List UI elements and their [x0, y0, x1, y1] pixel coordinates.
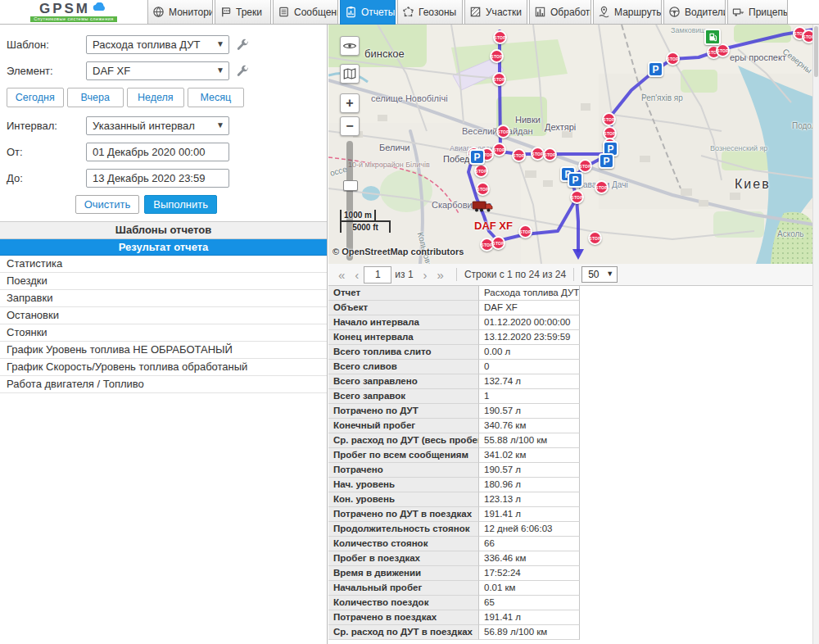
- parking-marker[interactable]: P: [599, 153, 614, 169]
- interval-select[interactable]: Указанный интервал ▼: [86, 116, 229, 135]
- route-pin-icon: [598, 6, 610, 18]
- first-page-button[interactable]: «: [333, 264, 350, 286]
- stop-marker[interactable]: STOP: [588, 231, 602, 245]
- row-label: Ср. расход по ДУТ в поездках: [328, 625, 479, 640]
- date-from-input[interactable]: [86, 143, 229, 161]
- nav-tab-3[interactable]: Сообщения: [273, 0, 338, 25]
- zoom-in-button[interactable]: +: [340, 93, 360, 113]
- stop-marker[interactable]: STOP: [543, 147, 557, 161]
- map-layers-button[interactable]: [340, 64, 360, 84]
- report-section-item-5[interactable]: Стоянки: [0, 324, 327, 342]
- zoom-slider-thumb[interactable]: [343, 180, 358, 191]
- template-select[interactable]: Расхода топлива ДУТ ▼: [86, 35, 229, 54]
- interval-select-value: Указанный интервал: [93, 120, 195, 132]
- nav-tab-6[interactable]: Участки: [464, 0, 527, 25]
- chevron-down-icon: ▼: [216, 66, 224, 75]
- row-label: Кон. уровень: [328, 492, 479, 507]
- stop-marker[interactable]: STOP: [512, 148, 526, 162]
- page-size-select[interactable]: 50 ▼: [581, 266, 618, 283]
- nav-tab-2[interactable]: Треки: [215, 0, 271, 25]
- zoom-slider-track[interactable]: [346, 141, 353, 261]
- stop-marker[interactable]: STOP: [602, 112, 616, 126]
- stop-marker[interactable]: STOP: [802, 29, 813, 43]
- fuel-station-marker[interactable]: [704, 29, 721, 45]
- parking-marker[interactable]: P: [469, 149, 485, 165]
- processing-icon: [534, 6, 546, 18]
- parking-marker[interactable]: P: [568, 172, 583, 188]
- report-section-item-7[interactable]: График Скорость/Уровень топлива обработа…: [0, 359, 327, 376]
- map-canvas[interactable]: бинскоеселище НовобілічіВеселий МайданНи…: [328, 25, 813, 265]
- row-value: 0.01 км: [479, 581, 580, 596]
- stop-marker[interactable]: STOP: [492, 72, 506, 86]
- nav-tab-4[interactable]: Отчеты: [340, 0, 396, 25]
- scale-metric: 1000 m: [340, 210, 376, 222]
- element-select[interactable]: DAF XF ▼: [86, 61, 229, 80]
- divider: [456, 268, 457, 281]
- row-label: Нач. уровень: [328, 478, 479, 492]
- nav-tab-7[interactable]: Обработки: [529, 0, 591, 25]
- zoom-out-button[interactable]: −: [340, 116, 360, 136]
- report-section-item-8[interactable]: Работа двигателя / Топливо: [0, 376, 327, 393]
- report-section-item-6[interactable]: График Уровень топлива НЕ ОБРАБОТАНЫЙ: [0, 342, 327, 359]
- nav-tab-9[interactable]: Водители: [663, 0, 726, 25]
- scrollbar-thumb[interactable]: [814, 26, 818, 77]
- next-page-button[interactable]: ›: [419, 264, 432, 286]
- map-visibility-eye-button[interactable]: [340, 36, 360, 56]
- last-page-button[interactable]: »: [432, 264, 449, 286]
- prev-page-button[interactable]: ‹: [350, 264, 364, 286]
- brand-logo[interactable]: GPSM Спутниковые системы слежения: [0, 0, 147, 24]
- clear-button[interactable]: Очистить: [75, 195, 140, 214]
- template-settings-wrench-icon[interactable]: [236, 39, 249, 52]
- parking-marker[interactable]: P: [648, 61, 663, 77]
- row-label: Конец интервала: [328, 330, 479, 345]
- stop-marker[interactable]: STOP: [492, 143, 506, 156]
- run-button[interactable]: Выполнить: [144, 195, 217, 214]
- stop-marker[interactable]: STOP: [496, 125, 510, 138]
- truck-icon: [472, 200, 493, 213]
- scrollbar[interactable]: [812, 25, 819, 644]
- stop-marker[interactable]: STOP: [476, 182, 490, 196]
- stop-marker[interactable]: STOP: [666, 52, 680, 66]
- stop-marker[interactable]: STOP: [570, 190, 584, 204]
- reports-icon: [345, 6, 357, 18]
- stop-marker[interactable]: STOP: [716, 43, 730, 57]
- date-to-input[interactable]: [86, 169, 229, 188]
- report-section-item-4[interactable]: Остановки: [0, 307, 327, 324]
- row-value: 0: [479, 360, 580, 374]
- stop-marker[interactable]: STOP: [491, 236, 505, 250]
- stop-marker[interactable]: STOP: [578, 159, 592, 173]
- stop-marker[interactable]: STOP: [595, 180, 609, 194]
- row-label: Конечный пробег: [328, 419, 479, 433]
- report-form: Шаблон: Расхода топлива ДУТ ▼ Элемент: D…: [0, 25, 327, 214]
- nav-tab-5[interactable]: Геозоны: [397, 0, 463, 25]
- table-row: Конец интервала13.12.2020 23:59:59: [328, 330, 580, 345]
- vehicle-marker[interactable]: [472, 200, 493, 216]
- report-section-item-3[interactable]: Заправки: [0, 290, 327, 307]
- nav-tab-1[interactable]: Мониторинг: [147, 0, 213, 25]
- report-section-item-2[interactable]: Поездки: [0, 273, 327, 290]
- stop-marker[interactable]: STOP: [474, 164, 488, 178]
- quick-range-button-2[interactable]: Вчера: [67, 88, 124, 107]
- result-section-header[interactable]: Результат отчета: [0, 239, 327, 256]
- row-value: 1: [479, 389, 580, 404]
- page-number-input[interactable]: [364, 266, 391, 283]
- stop-marker[interactable]: STOP: [493, 30, 507, 44]
- quick-range-button-3[interactable]: Неделя: [127, 88, 184, 107]
- templates-section-header[interactable]: Шаблоны отчетов: [0, 221, 327, 239]
- table-row: Начало интервала01.12.2020 00:00:00: [328, 315, 580, 330]
- report-section-item-1[interactable]: Статистика: [0, 256, 327, 273]
- nav-tab-8[interactable]: Маршруты: [593, 0, 662, 25]
- table-row: Потрачено в поездках191.41 л: [328, 610, 580, 625]
- geofence-icon: [402, 6, 414, 18]
- interval-label: Интервал:: [7, 120, 86, 132]
- stop-marker[interactable]: STOP: [490, 49, 504, 63]
- nav-tab-10[interactable]: Прицепы: [727, 0, 788, 25]
- element-settings-wrench-icon[interactable]: [236, 65, 249, 78]
- quick-range-button-1[interactable]: Сегодня: [7, 88, 64, 107]
- pagination-bar: « ‹ из 1 › » Строки с 1 по 24 из 24 50 ▼: [328, 264, 813, 286]
- nav-tab-label: Отчеты: [361, 7, 395, 18]
- row-value: 190.57 л: [479, 463, 580, 478]
- quick-range-button-4[interactable]: Месяц: [188, 88, 245, 107]
- table-row: Количество стоянок66: [328, 537, 580, 551]
- stop-marker[interactable]: STOP: [518, 224, 532, 238]
